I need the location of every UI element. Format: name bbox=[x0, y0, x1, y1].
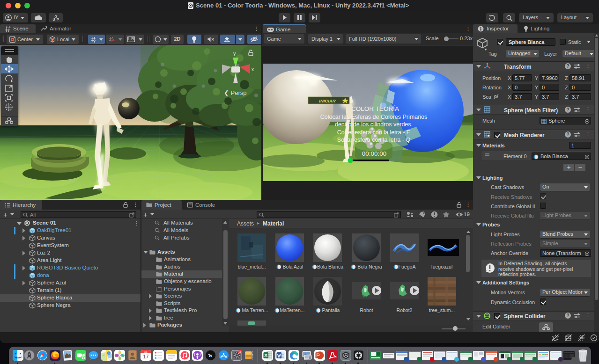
svg-text:y: y bbox=[233, 51, 236, 56]
svg-text:Coger esfera con la letra - E: Coger esfera con la letra - E bbox=[337, 129, 410, 136]
svg-text:tv: tv bbox=[208, 354, 212, 358]
svg-text:dentro de los cilindros verdes: dentro de los cilindros verdes. bbox=[335, 121, 413, 128]
svg-text:Y: Y bbox=[93, 39, 96, 43]
svg-text:Colocar las Esferas de Colores: Colocar las Esferas de Colores Primarios bbox=[320, 114, 428, 120]
svg-text:17: 17 bbox=[143, 354, 148, 359]
svg-text:COLOR TEORÍA: COLOR TEORÍA bbox=[351, 105, 399, 112]
svg-text:INICIAR: INICIAR bbox=[319, 98, 336, 103]
svg-text:2: 2 bbox=[239, 350, 241, 353]
svg-text:Soltar esfera con la letra - Q: Soltar esfera con la letra - Q bbox=[337, 137, 411, 143]
svg-text:00:00:00: 00:00:00 bbox=[362, 150, 387, 157]
svg-text:x: x bbox=[251, 67, 254, 72]
svg-text:❮ Persp: ❮ Persp bbox=[224, 89, 246, 97]
svg-text:JUL: JUL bbox=[144, 351, 148, 353]
